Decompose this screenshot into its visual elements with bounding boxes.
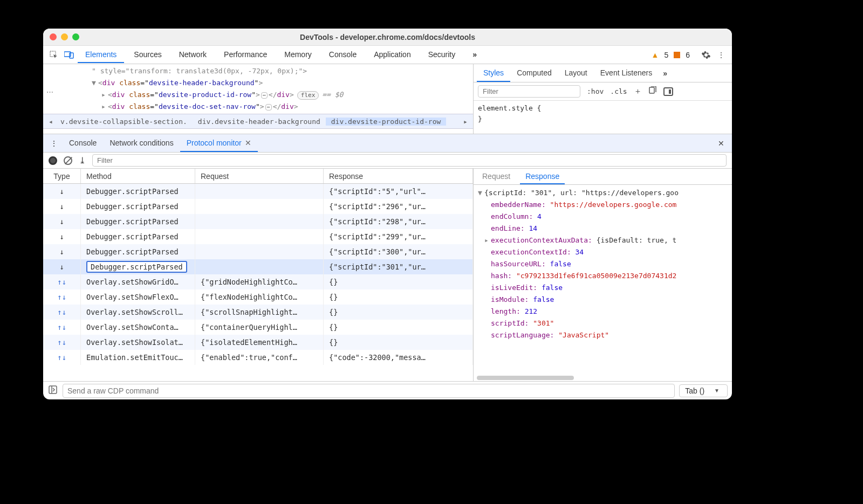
details-property: isModule: false (478, 294, 728, 306)
close-window-button[interactable] (50, 33, 57, 40)
status-badges[interactable]: ▲ 5 6 (652, 51, 690, 59)
method-cell: Overlay.setShowScroll… (86, 308, 183, 316)
clear-button-icon[interactable] (64, 156, 72, 165)
details-head: {scriptId: "301", url: "https://develope… (484, 189, 679, 197)
zoom-window-button[interactable] (72, 33, 79, 40)
device-toolbar-icon[interactable] (63, 51, 76, 59)
table-row[interactable]: ↑↓Overlay.setShowConta…{"containerQueryH… (43, 320, 473, 335)
styles-body[interactable]: element.style { } (474, 101, 732, 127)
table-row[interactable]: ↓Debugger.scriptParsed{"scriptId":"301",… (43, 259, 473, 274)
svg-rect-2 (70, 53, 73, 58)
tab-elements[interactable]: Elements (78, 47, 124, 63)
toggle-computed-layout-icon[interactable] (663, 87, 673, 96)
table-row[interactable]: ↓Debugger.scriptParsed{"scriptId":"299",… (43, 229, 473, 244)
details-tab-request[interactable]: Request (477, 169, 516, 184)
col-method[interactable]: Method (81, 169, 195, 183)
details-property: isLiveEdit: false (478, 282, 728, 294)
response-cell: {"scriptId":"5","url"… (324, 184, 473, 199)
copy-styles-icon[interactable] (648, 86, 657, 97)
drawer-kebab-icon[interactable]: ⋮ (49, 134, 59, 152)
table-row[interactable]: ↑↓Overlay.setShowScroll…{"scrollSnapHigh… (43, 305, 473, 320)
settings-gear-icon[interactable] (700, 50, 713, 60)
details-property: scriptId: "301" (478, 317, 728, 329)
toggle-editor-icon[interactable] (47, 385, 58, 396)
right-tab-computed[interactable]: Computed (510, 64, 558, 82)
cdp-command-bar: Tab () ▼ (43, 381, 732, 399)
right-tab-layout[interactable]: Layout (558, 64, 594, 82)
bidirectional-arrow-icon: ↑↓ (57, 338, 66, 347)
table-row[interactable]: ↓Debugger.scriptParsed{"scriptId":"296",… (43, 199, 473, 214)
details-tab-response[interactable]: Response (520, 169, 565, 184)
cdp-target-label: Tab () (685, 386, 704, 395)
response-cell: {"scriptId":"300","ur… (324, 244, 473, 259)
right-tab-styles[interactable]: Styles (477, 64, 510, 82)
table-row[interactable]: ↑↓Overlay.setShowFlexO…{"flexNodeHighlig… (43, 289, 473, 305)
drawer-tab-close-icon[interactable]: ✕ (242, 139, 251, 147)
right-tabs-overflow[interactable]: » (659, 64, 672, 82)
styles-filter-input[interactable] (478, 85, 580, 98)
tab-application[interactable]: Application (366, 47, 419, 63)
breadcrumb-item[interactable]: div.devsite-header-background (193, 118, 326, 126)
protocol-monitor-table: Type Method Request Response ↓Debugger.s… (43, 169, 474, 381)
breadcrumb[interactable]: ◂ v.devsite-collapsible-section.div.devs… (43, 114, 473, 129)
bidirectional-arrow-icon: ↑↓ (57, 353, 66, 362)
monitor-filter-input[interactable] (92, 154, 727, 167)
response-cell: {"scriptId":"298","ur… (324, 214, 473, 229)
details-horizontal-scrollbar[interactable] (477, 376, 574, 380)
tab-network[interactable]: Network (172, 47, 214, 63)
request-cell: {"flexNodeHighlightCo… (195, 289, 324, 305)
col-response[interactable]: Response (324, 169, 473, 183)
hov-button[interactable]: :hov (587, 87, 604, 95)
table-row[interactable]: ↓Debugger.scriptParsed{"scriptId":"298",… (43, 214, 473, 229)
tab-security[interactable]: Security (421, 47, 463, 63)
table-row[interactable]: ↑↓Overlay.setShowGridO…{"gridNodeHighlig… (43, 274, 473, 289)
dom-gutter-ellipsis-icon[interactable]: ⋯ (46, 88, 53, 96)
details-property: hash: "c9792133d1fe6f91ca05009e213e7d074… (478, 270, 728, 282)
table-row[interactable]: ↓Debugger.scriptParsed{"scriptId":"300",… (43, 244, 473, 259)
breadcrumb-item[interactable]: v.devsite-collapsible-section. (55, 118, 193, 126)
record-button-icon[interactable] (49, 156, 57, 165)
table-row[interactable]: ↑↓Emulation.setEmitTouc…{"enabled":true,… (43, 350, 473, 365)
dom-style-attr: " style="transform: translate3d(0px, -72… (92, 65, 470, 77)
flex-badge[interactable]: flex (297, 91, 319, 100)
method-cell: Overlay.setShowIsolat… (86, 338, 183, 347)
dom-tree[interactable]: " style="transform: translate3d(0px, -72… (43, 64, 473, 114)
inspect-element-icon[interactable] (47, 51, 60, 59)
tab-console[interactable]: Console (321, 47, 364, 63)
tab-sources[interactable]: Sources (126, 47, 169, 63)
breadcrumb-scroll-left-icon[interactable]: ◂ (46, 118, 55, 126)
drawer-close-icon[interactable]: ✕ (716, 134, 727, 152)
cdp-target-selector[interactable]: Tab () ▼ (679, 384, 728, 397)
minimize-window-button[interactable] (61, 33, 68, 40)
tab-performance[interactable]: Performance (216, 47, 275, 63)
drawer-tab-network-conditions[interactable]: Network conditions (103, 134, 180, 152)
table-row[interactable]: ↓Debugger.scriptParsed{"scriptId":"5","u… (43, 184, 473, 199)
tab-memory[interactable]: Memory (277, 47, 319, 63)
col-type[interactable]: Type (43, 169, 81, 183)
request-cell (195, 244, 324, 259)
response-cell: {"code":-32000,"messa… (324, 350, 473, 365)
cls-button[interactable]: .cls (610, 87, 627, 95)
element-style-close: } (478, 114, 728, 125)
bidirectional-arrow-icon: ↑↓ (57, 278, 66, 286)
breadcrumb-item[interactable]: div.devsite-product-id-row (326, 118, 447, 126)
cdp-command-input[interactable] (63, 384, 675, 398)
breadcrumb-scroll-right-icon[interactable]: ▸ (461, 118, 470, 126)
drawer-tab-console[interactable]: Console (63, 134, 103, 152)
drawer-tab-protocol-monitor[interactable]: Protocol monitor✕ (180, 134, 258, 152)
protocol-monitor-toolbar: ⤓ (43, 153, 732, 169)
request-cell: {"gridNodeHighlightCo… (195, 274, 324, 289)
details-property: ▸executionContextAuxData: {isDefault: tr… (478, 234, 728, 246)
right-tab-event-listeners[interactable]: Event Listeners (594, 64, 659, 82)
save-button-icon[interactable]: ⤓ (79, 155, 86, 165)
new-style-plus-icon[interactable]: ＋ (634, 86, 642, 96)
tabs-overflow[interactable]: » (465, 47, 484, 63)
kebab-menu-icon[interactable]: ⋮ (715, 51, 728, 59)
incoming-arrow-icon: ↓ (59, 263, 64, 271)
table-row[interactable]: ↑↓Overlay.setShowIsolat…{"isolatedElemen… (43, 335, 473, 350)
details-body[interactable]: ▼{scriptId: "301", url: "https://develop… (474, 185, 732, 381)
svg-rect-3 (649, 87, 654, 93)
method-cell: Debugger.scriptParsed (86, 247, 179, 256)
col-request[interactable]: Request (195, 169, 324, 183)
method-cell: Overlay.setShowConta… (86, 323, 179, 332)
